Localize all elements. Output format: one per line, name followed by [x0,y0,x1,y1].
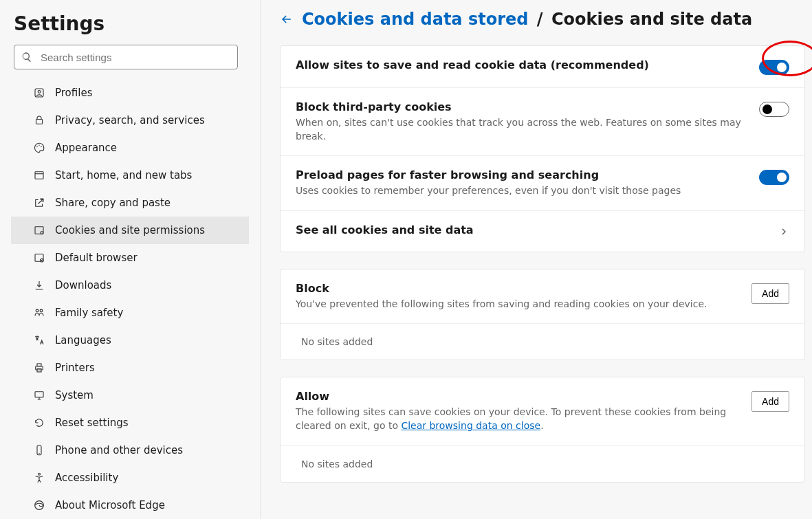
sidebar-item-label: Family safety [55,307,123,319]
search-icon [21,52,32,63]
breadcrumb-parent[interactable]: Cookies and data stored [302,10,528,29]
sidebar-item-cookies-and-site-permissions[interactable]: Cookies and site permissions [11,217,249,244]
chevron-right-icon [778,226,789,237]
svg-point-4 [39,145,40,146]
sidebar-item-appearance[interactable]: Appearance [11,134,249,162]
arrow-left-icon [280,12,294,26]
sidebar-item-label: Start, home, and new tabs [55,169,192,181]
sidebar-item-system[interactable]: System [11,382,249,409]
allow-desc-suffix: . [540,420,543,431]
sidebar-item-phone-and-other-devices[interactable]: Phone and other devices [11,437,249,464]
svg-rect-13 [36,366,43,370]
cookie-icon [33,224,45,236]
download-icon [33,279,45,291]
svg-point-5 [41,146,42,148]
sidebar-item-label: Privacy, search, and services [55,114,205,126]
family-icon [33,307,45,319]
svg-point-12 [40,309,43,312]
search-input[interactable] [41,52,230,63]
window-icon [33,169,45,181]
share-icon [33,197,45,209]
back-button[interactable] [280,12,294,26]
sidebar-item-family-safety[interactable]: Family safety [11,299,249,327]
allow-empty: No sites added [281,446,804,482]
sidebar-item-reset-settings[interactable]: Reset settings [11,409,249,437]
row-allow-cookies: Allow sites to save and read cookie data… [281,46,804,88]
svg-point-1 [38,91,41,93]
lock-icon [33,114,45,126]
sidebar-item-label: Profiles [55,87,92,99]
sidebar-item-label: Cookies and site permissions [55,224,205,236]
see-all-cookies-title: See all cookies and site data [296,223,765,236]
allow-sites-card: Allow The following sites can save cooki… [280,377,805,482]
profile-icon [33,87,45,99]
svg-point-19 [39,473,41,475]
row-preload: Preload pages for faster browsing and se… [281,156,804,211]
palette-icon [33,142,45,154]
clear-browsing-link[interactable]: Clear browsing data on close [401,420,540,431]
system-icon [33,389,45,401]
allow-desc: The following sites can save cookies on … [296,406,738,432]
sidebar-item-privacy-search-and-services[interactable]: Privacy, search, and services [11,107,249,134]
allow-header-row: Allow The following sites can save cooki… [281,377,804,445]
settings-sidebar: Settings ProfilesPrivacy, search, and se… [0,0,261,519]
settings-title: Settings [0,11,249,45]
toggle-preload[interactable] [759,170,789,185]
block-empty: No sites added [281,324,804,360]
breadcrumb-current: Cookies and site data [551,10,752,29]
svg-rect-15 [37,369,41,373]
svg-point-18 [39,453,40,454]
svg-rect-16 [35,392,43,397]
sidebar-item-label: Downloads [55,279,111,291]
sidebar-item-accessibility[interactable]: Accessibility [11,464,249,492]
svg-point-3 [36,146,38,148]
sidebar-item-label: Languages [55,334,111,346]
toggle-allow-cookies[interactable] [759,60,789,75]
svg-rect-6 [35,172,43,179]
accessibility-icon [33,472,45,484]
toggle-block-third-party[interactable] [759,102,789,117]
sidebar-item-profiles[interactable]: Profiles [11,79,249,107]
main-panel: Cookies and data stored / Cookies and si… [261,0,812,519]
search-settings[interactable] [14,45,238,69]
block-desc: You've prevented the following sites fro… [296,298,738,311]
cookie-settings-card: Allow sites to save and read cookie data… [280,45,805,252]
allow-add-button[interactable]: Add [751,391,789,412]
preload-title: Preload pages for faster browsing and se… [296,168,745,181]
phone-icon [33,444,45,456]
sidebar-item-start-home-and-new-tabs[interactable]: Start, home, and new tabs [11,162,249,189]
sidebar-item-languages[interactable]: Languages [11,327,249,354]
row-block-third-party: Block third-party cookies When on, sites… [281,88,804,156]
sidebar-item-label: Share, copy and paste [55,197,171,209]
svg-rect-2 [36,120,43,124]
allow-cookies-title: Allow sites to save and read cookie data… [296,58,745,71]
block-header-row: Block You've prevented the following sit… [281,269,804,324]
sidebar-item-printers[interactable]: Printers [11,354,249,382]
block-title: Block [296,282,738,295]
svg-rect-7 [35,227,43,234]
sidebar-nav: ProfilesPrivacy, search, and servicesApp… [0,79,249,519]
reset-icon [33,417,45,429]
edge-icon [33,499,45,511]
block-sites-card: Block You've prevented the following sit… [280,269,805,361]
sidebar-item-label: System [55,389,94,401]
sidebar-item-label: Phone and other devices [55,444,183,456]
allow-title: Allow [296,390,738,403]
sidebar-item-label: Default browser [55,252,138,264]
sidebar-item-share-copy-and-paste[interactable]: Share, copy and paste [11,189,249,217]
preload-desc: Uses cookies to remember your preference… [296,184,745,198]
sidebar-item-label: Reset settings [55,417,129,429]
browser-icon [33,252,45,264]
language-icon [33,334,45,346]
sidebar-item-downloads[interactable]: Downloads [11,272,249,299]
sidebar-item-default-browser[interactable]: Default browser [11,244,249,272]
printer-icon [33,362,45,374]
block-third-party-desc: When on, sites can't use cookies that tr… [296,116,745,143]
sidebar-item-label: Printers [55,362,95,374]
row-see-all-cookies[interactable]: See all cookies and site data [281,211,804,252]
sidebar-item-label: Appearance [55,142,117,154]
sidebar-item-about-microsoft-edge[interactable]: About Microsoft Edge [11,492,249,519]
block-add-button[interactable]: Add [751,283,789,304]
block-third-party-title: Block third-party cookies [296,100,745,113]
breadcrumb-separator: / [537,10,543,29]
